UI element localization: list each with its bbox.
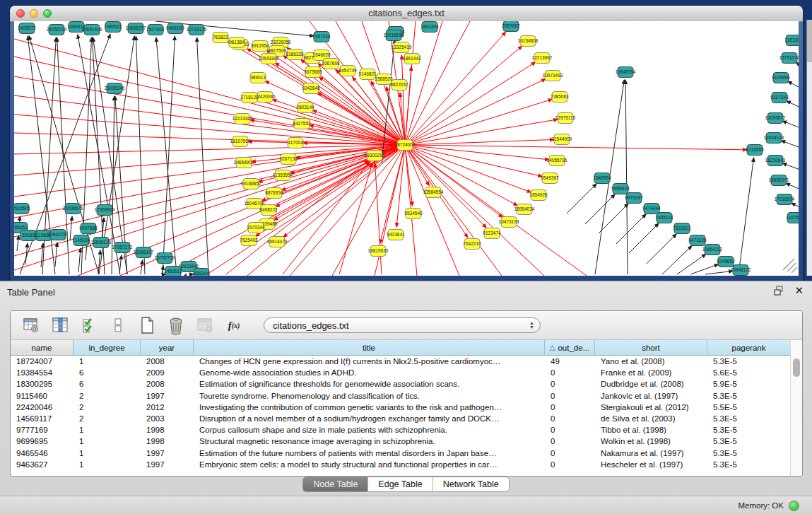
graph-edge (782, 121, 799, 127)
graph-node-label: 1167533 (787, 215, 799, 220)
column-header[interactable]: pagerank (707, 340, 791, 356)
table-cell: 5.6E-5 (707, 367, 791, 378)
graph-edge (405, 46, 522, 145)
graph-node-label: 18107554 (230, 139, 251, 144)
graph-node-label: 11544909 (552, 136, 572, 141)
table-row[interactable]: 1456911722003Disruption of a novel membe… (11, 413, 791, 424)
graph-node-label: 7485063 (551, 94, 569, 99)
new-document-icon[interactable] (138, 316, 156, 334)
graph-node-label: 7625402 (240, 238, 258, 243)
graph-node-label: 9827509 (268, 48, 286, 53)
column-header[interactable]: short (595, 340, 707, 356)
graph-node-label: 13584554 (423, 189, 444, 194)
graph-node-label: 10473193 (499, 219, 519, 224)
graph-node-label: 763822 (213, 35, 228, 40)
graph-node-label: 17016504 (775, 197, 795, 201)
graph-node-label: 2516505 (14, 206, 30, 211)
table-cell: 6 (73, 378, 141, 390)
table-settings-icon[interactable] (22, 316, 40, 334)
table-cell: 22420046 (11, 402, 73, 413)
graph-node-label: 2718120 (240, 95, 259, 100)
tab-node-table[interactable]: Node Table (303, 477, 368, 491)
graph-node-label: 9549367 (541, 175, 559, 180)
graph-node-label: 8498222 (259, 207, 278, 212)
graph-node-label: 10719135 (187, 27, 207, 32)
graph-node-label: 16848784 (616, 69, 636, 74)
select-column-icon[interactable] (51, 316, 69, 334)
column-header[interactable]: in_degree (73, 340, 141, 356)
table-row[interactable]: 911546021997Tourette syndrome. Phenomeno… (11, 390, 791, 402)
table-cell: 0 (545, 402, 595, 413)
table-row[interactable]: 946554611997Estimation of the future num… (11, 448, 791, 459)
table-row[interactable]: 1830029562008Estimation of significance … (11, 378, 791, 390)
tab-edge-table[interactable]: Edge Table (368, 477, 433, 491)
graph-node-label: 8878334 (265, 190, 283, 195)
table-cell: 2003 (141, 413, 194, 424)
table-row[interactable]: 1872400712008Changes of HCN gene express… (11, 356, 791, 367)
table-cell: Dudbridge et al. (2008) (595, 378, 707, 390)
graph-node-label: 10543392 (259, 56, 279, 61)
table-cell: 2 (73, 390, 141, 402)
select-all-icon[interactable] (80, 316, 98, 334)
table-row[interactable]: 946362711997Embryonic stem cells: a mode… (11, 459, 791, 470)
network-graph: 1872400798601238912954232260589827509818… (14, 21, 799, 276)
table-cell: Corpus callosum shape and size in male p… (194, 424, 545, 436)
float-panel-icon[interactable] (774, 286, 784, 296)
column-header[interactable]: △out_de... (545, 340, 595, 356)
graph-node-label: 20206576 (63, 206, 83, 211)
graph-edge (197, 37, 208, 274)
memory-status-dot[interactable] (789, 501, 799, 511)
graph-edge (787, 101, 799, 107)
graph-node-label: 8186328 (286, 52, 304, 57)
graph-node-label: 2450612 (164, 269, 182, 274)
graph-edge (705, 271, 733, 274)
table-scrollbar-thumb[interactable] (793, 358, 800, 377)
tab-network-table[interactable]: Network Table (433, 477, 509, 491)
table-cell: 0 (545, 448, 595, 459)
table-type-tabs: Node Table Edge Table Network Table (302, 477, 509, 492)
graph-node-label: 12942757 (48, 232, 69, 237)
graph-node-label: 18724007 (395, 142, 416, 147)
table-cell: Nakamura et al. (1997) (595, 448, 707, 459)
network-canvas[interactable]: 1872400798601238912954232260589827509818… (14, 21, 799, 276)
table-cell: Wolkin et al. (1998) (595, 436, 707, 447)
table-row[interactable]: 969969511998Structural magnetic resonanc… (11, 436, 791, 447)
table-cell: Estimation of significance thresholds fo… (194, 378, 545, 390)
graph-node-label: 39159 (22, 233, 35, 238)
function-builder-icon[interactable]: f(x) (225, 316, 243, 334)
table-row[interactable]: 977716911998Corpus callosum shape and si… (11, 424, 791, 436)
graph-node-label: 9097588 (79, 226, 98, 230)
graph-edge (792, 203, 799, 209)
table-cell: 2008 (141, 378, 194, 390)
trash-icon[interactable] (167, 316, 185, 334)
graph-node-label: 417004 (288, 140, 303, 145)
table-scrollbar[interactable] (790, 340, 802, 476)
column-header[interactable]: title (194, 340, 545, 356)
graph-node-label: 19166852 (241, 181, 261, 186)
graph-node-label: 19654903 (234, 160, 254, 165)
graph-node-label: 1831304 (420, 24, 439, 29)
table-cell: 9115460 (11, 390, 73, 402)
table-cell: 9699695 (11, 436, 73, 447)
window-titlebar[interactable]: citations_edges.txt (10, 6, 803, 22)
graph-edge (405, 99, 552, 145)
table-cell: Jankovic et al. (1997) (595, 390, 707, 402)
graph-edge (283, 162, 370, 274)
dropdown-stepper-icon: ▲▼ (529, 321, 534, 329)
table-cell: 1997 (141, 448, 194, 459)
column-header[interactable]: year (141, 340, 194, 356)
table-row[interactable]: 1938455462009Genome-wide association stu… (11, 367, 791, 378)
graph-edge (375, 163, 382, 274)
memory-status-label: Memory: OK (738, 501, 784, 510)
close-panel-icon[interactable]: ✕ (794, 286, 804, 296)
table-select-dropdown[interactable]: citations_edges.txt ▲▼ (264, 317, 541, 333)
table-row[interactable]: 2242004622012Investigating the contribut… (11, 402, 791, 413)
unselect-all-icon[interactable] (109, 316, 127, 334)
table-cell: 0 (545, 424, 595, 436)
table-cell: Investigating the contribution of common… (194, 402, 545, 413)
graph-node-label: 15751074 (779, 55, 799, 60)
canvas-resize-grip[interactable] (783, 259, 797, 273)
graph-node-label: 23035346 (105, 86, 125, 90)
column-header[interactable]: name (11, 340, 73, 356)
graph-node-label: 16914479 (267, 239, 288, 244)
